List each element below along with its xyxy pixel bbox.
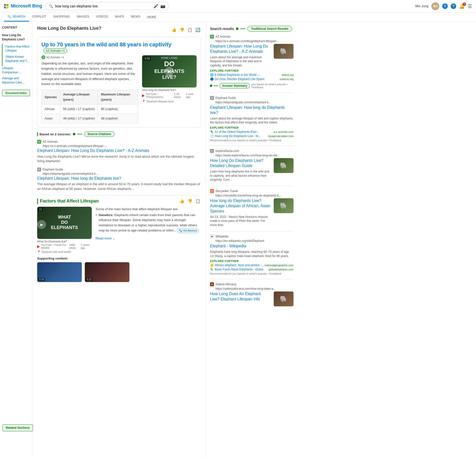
video-play-button[interactable]: ▶ bbox=[165, 67, 174, 76]
vet-badge[interactable]: 🐾 Vet Advices bbox=[177, 228, 199, 233]
sidebar-item-comparison[interactable]: Lifespan Comparison ... bbox=[2, 65, 30, 76]
wiki-explore-link-2[interactable]: 🐘 Basic Facts About Elephants - Globa... bbox=[210, 268, 264, 271]
section-divider bbox=[37, 195, 201, 195]
table-header-maximum: Maximum Lifespan (years) bbox=[98, 90, 138, 105]
result-card-ef: e explorefauna.com https://www.explorefa… bbox=[210, 149, 294, 182]
az-result-desc: Learn about the average and maximum life… bbox=[210, 55, 271, 68]
list-item: Genetics: Elephants inherit certain trai… bbox=[96, 212, 201, 234]
result-card-wiki: W Wikipedia https://en.wikipedia.org/wik… bbox=[210, 234, 294, 275]
explore-link-1-text[interactable]: 8 Oldest Elephants in the World -... bbox=[215, 73, 261, 77]
location-icon: 📍 bbox=[142, 100, 146, 103]
eg-explore-domain-2: myagecalculator.com bbox=[268, 135, 294, 138]
az-result-url: https://a-z-animals.com/blog/elephant-li… bbox=[215, 39, 294, 43]
factors-yt-icon: ▶ bbox=[37, 244, 40, 248]
eg-result-link[interactable]: Elephant Lifespan: How long do Elephants… bbox=[210, 105, 285, 115]
video-views-count: 2.2K views bbox=[174, 92, 185, 98]
result-card-az: A AZ Animals https://a-z-animals.com/blo… bbox=[210, 35, 294, 89]
factors-play-button[interactable]: ▶ bbox=[37, 220, 46, 229]
wiki-result-name: Wikipedia bbox=[215, 235, 228, 238]
search-input[interactable] bbox=[55, 4, 151, 8]
explore-link-2-text[interactable]: Do Zoos Shorten Elephant Life Spans? bbox=[215, 77, 264, 81]
doc-index-button[interactable]: Document Index bbox=[2, 90, 30, 96]
factors-video-box[interactable]: 12 WHAT DO ELEPHANTS ▶ bbox=[37, 207, 92, 239]
sidebar-item-average[interactable]: Average and Maximum Lifes... bbox=[2, 75, 30, 86]
menu-icon[interactable]: ☰ bbox=[468, 3, 472, 9]
search-nav-icon: 🔍 bbox=[7, 15, 11, 18]
sidebar-item-oldest[interactable]: Oldest Known Elephants and T... bbox=[4, 54, 30, 64]
wiki-explore-link-2-text[interactable]: Basic Facts About Elephants - Globa... bbox=[215, 268, 264, 271]
az-source-desc: How Long Do Elephants Live? We've done t… bbox=[37, 154, 201, 163]
eg-explore-more-label: EXPLORE FURTHER bbox=[210, 126, 294, 129]
reward-badge[interactable]: 🏆 bbox=[451, 3, 456, 9]
nav-maps[interactable]: MAPS bbox=[112, 12, 127, 22]
nav-more[interactable]: : MORE bbox=[144, 13, 158, 21]
safaris-result-link[interactable]: How Long Does An Elephant Live? Elephant… bbox=[210, 292, 261, 301]
az-source-link[interactable]: Elephant Lifespan: How Long Do Elephants… bbox=[37, 148, 149, 153]
right-green-line bbox=[240, 29, 245, 29]
video-box[interactable]: 0:58 HOW LONG DO ELEPHANTS LIVE? ▶ bbox=[142, 55, 197, 87]
globe-icon-1: 🌐 bbox=[210, 73, 214, 77]
eg-explore-link-2-text[interactable]: How Long Do Elephants Live - M... bbox=[215, 134, 261, 138]
factors-copy[interactable]: 📋 bbox=[195, 198, 201, 204]
thumbs-down-button[interactable]: 👎 bbox=[179, 27, 185, 33]
ef-result-url: https://www.explorefauna.com/how-long-do… bbox=[215, 154, 294, 157]
search-box[interactable]: 🔍 🎤 📷 bbox=[45, 2, 169, 10]
answer-headline: Up to 70 years in the wild and 88 years … bbox=[41, 41, 172, 48]
ef-result-text: How Long Do Elephants Live? Detailed Lif… bbox=[210, 158, 271, 182]
video-location: 📍 Elephant lifespan facts bbox=[142, 100, 197, 103]
explore-link-row-2: 🔵 Do Zoos Shorten Elephant Life Spans? s… bbox=[210, 77, 294, 81]
trad-results-badge[interactable]: Traditional Search Results bbox=[247, 26, 292, 32]
related-sections-badge[interactable]: Related Sections bbox=[2, 424, 33, 431]
table-header-species: Species bbox=[42, 90, 60, 105]
eg-source-link[interactable]: Elephant Lifespan: How long do Elephants… bbox=[37, 176, 121, 180]
thumb-item-2[interactable]: 5:22 bbox=[85, 262, 129, 282]
logo-text: Microsoft Bing bbox=[11, 3, 42, 9]
st-result-name: Storyteller Travel bbox=[215, 189, 238, 193]
source-card-az: A AZ Animals https://a-z-animals.com/blo… bbox=[37, 140, 201, 163]
nav-news[interactable]: NEWS bbox=[127, 12, 144, 22]
nav-videos[interactable]: VIDEOS bbox=[93, 12, 112, 22]
az-url: https://a-z-animals.com/blog/elephant-li… bbox=[43, 144, 201, 148]
answer-title: How Long Do Elephants Live? bbox=[37, 26, 101, 31]
sidebar-item-how-long[interactable]: How Long Do Elephants Live? bbox=[2, 32, 30, 43]
notification-bell[interactable]: 🔔 2 bbox=[459, 3, 465, 9]
explore-link-1[interactable]: 🌐 8 Oldest Elephants in the World -... bbox=[210, 73, 261, 77]
answer-summary-badge[interactable]: Answer Summary bbox=[219, 83, 250, 88]
st-result-link[interactable]: How long do Elephants Live? Average Life… bbox=[210, 199, 270, 213]
factors-thumbs-down[interactable]: 👎 bbox=[187, 198, 193, 204]
safaris-result-url: https://safarisafricana.com/how-long-doe… bbox=[215, 287, 294, 290]
thumbs-up-button[interactable]: 👍 bbox=[171, 27, 177, 33]
eg-explore-link-2[interactable]: 🕐 How Long Do Elephants Live - M... bbox=[210, 134, 261, 138]
ef-result-link[interactable]: How Long Do Elephants Live? Detailed Lif… bbox=[210, 158, 263, 168]
st-result-text: How long do Elephants Live? Average Life… bbox=[210, 198, 271, 227]
thumb-item-1[interactable]: 0:33 bbox=[37, 262, 82, 282]
factors-thumbs-up[interactable]: 👍 bbox=[179, 198, 185, 204]
wiki-explore-more-label: EXPLORE FURTHER bbox=[210, 259, 294, 262]
nav-search[interactable]: 🔍 SEARCH bbox=[4, 12, 29, 22]
nav-copilot[interactable]: COPILOT bbox=[29, 12, 50, 22]
sidebar-item-factors[interactable]: Factors that Affect Lifespan bbox=[4, 44, 30, 54]
az-result-link[interactable]: Elephant Lifespan: How Long Do Elephants… bbox=[210, 44, 268, 54]
factors-content: 12 WHAT DO ELEPHANTS ▶ What Do Elephants… bbox=[37, 207, 201, 254]
thumb2-duration: 5:22 bbox=[86, 278, 92, 281]
nav-shopping[interactable]: SHOPPING bbox=[50, 12, 73, 22]
explore-link-2[interactable]: 🔵 Do Zoos Shorten Elephant Life Spans? bbox=[210, 77, 264, 81]
wiki-explore-link-1[interactable]: 🟡 African elephant, facts and photos -..… bbox=[210, 263, 264, 267]
nav-images[interactable]: IMAGES bbox=[73, 12, 93, 22]
answer-source-badge[interactable]: AZ Animals +1 bbox=[43, 48, 67, 53]
species-asian: Asian bbox=[42, 114, 60, 123]
eg-explore-link-1[interactable]: 🦎 12 of the Oldest Elephants Ever... bbox=[210, 130, 259, 134]
eg-url: https://elephantguide.com/en/elephant-li… bbox=[43, 172, 201, 175]
wiki-result-link[interactable]: Elephant - Wikipedia bbox=[210, 244, 246, 248]
refresh-button[interactable]: 🔄 bbox=[195, 27, 201, 33]
eg-explore-link-1-text[interactable]: 12 of the Oldest Elephants Ever... bbox=[215, 130, 259, 134]
camera-icon[interactable]: 📷 bbox=[160, 4, 165, 8]
az-animals-icon: A bbox=[41, 55, 45, 59]
eg-explore-link-row-1: 🦎 12 of the Oldest Elephants Ever... a-z… bbox=[210, 130, 294, 134]
microphone-icon[interactable]: 🎤 bbox=[153, 4, 158, 8]
source-citations-badge[interactable]: Source Citations bbox=[84, 131, 114, 137]
wiki-explore-link-1-text[interactable]: African elephant, facts and photos -... bbox=[215, 263, 264, 267]
copy-button[interactable]: 📋 bbox=[187, 27, 193, 33]
divider-1 bbox=[210, 93, 294, 93]
read-more-button[interactable]: Read more ⌄ bbox=[96, 236, 201, 241]
